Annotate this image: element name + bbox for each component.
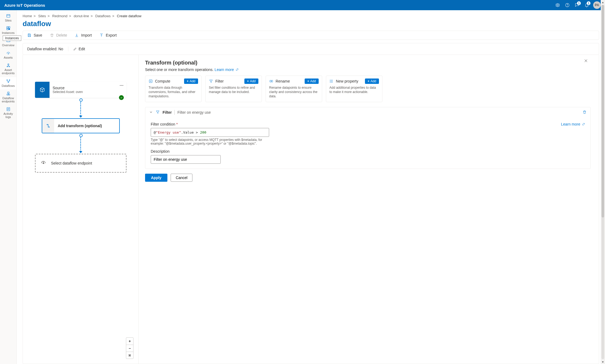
- external-link-icon: [582, 123, 585, 126]
- crumb-redmond[interactable]: Redmond: [52, 14, 67, 18]
- filter-icon: [209, 79, 213, 83]
- learn-more-link[interactable]: Learn more: [214, 67, 238, 72]
- svg-rect-4: [7, 27, 8, 28]
- svg-point-27: [330, 80, 330, 80]
- feedback-icon[interactable]: 1: [572, 0, 582, 10]
- feedback-badge: 1: [577, 1, 581, 5]
- add-rename-button[interactable]: +Add: [305, 78, 319, 84]
- node-select-endpoint[interactable]: Select dataflow endpoint: [35, 154, 126, 173]
- add-compute-button[interactable]: +Add: [184, 78, 198, 84]
- external-link-icon: [235, 68, 239, 71]
- zoom-fit-button[interactable]: [126, 352, 133, 359]
- list-icon: [329, 79, 334, 83]
- svg-point-2: [567, 6, 568, 6]
- crumb-home[interactable]: Home: [23, 14, 32, 18]
- cancel-button[interactable]: Cancel: [171, 174, 193, 182]
- export-button[interactable]: Export: [99, 33, 117, 37]
- rail-item-instances[interactable]: Instances: [0, 24, 16, 37]
- svg-point-13: [7, 80, 8, 80]
- svg-point-28: [330, 81, 330, 81]
- svg-rect-23: [129, 355, 130, 356]
- svg-rect-26: [272, 80, 273, 82]
- tile-new-property: New property +Add Add additional propert…: [326, 76, 382, 102]
- node-add-transform[interactable]: Add transform (optional): [42, 118, 120, 133]
- svg-point-0: [557, 5, 558, 6]
- filter-condition-label: Filter condition *: [151, 122, 178, 126]
- rail-item-dataflows[interactable]: Dataflows: [0, 77, 16, 90]
- svg-rect-16: [8, 92, 9, 93]
- dataflow-canvas: Source Selected Asset: oven ··· Add tran…: [23, 55, 139, 364]
- cube-icon: [35, 82, 50, 98]
- zoom-in-button[interactable]: +: [126, 338, 133, 345]
- avatar[interactable]: PA: [593, 1, 601, 9]
- toolbar: Save Delete Import Export: [23, 31, 599, 40]
- edit-enabled-button[interactable]: Edit: [73, 47, 85, 51]
- description-input[interactable]: [151, 155, 221, 164]
- collapse-filter-button[interactable]: [149, 110, 153, 115]
- delete-button: Delete: [50, 33, 67, 37]
- brand-title: Azure IoT Operations: [4, 3, 45, 8]
- apply-button[interactable]: Apply: [145, 174, 167, 182]
- enabled-bar: Dataflow enabled: No Edit: [23, 43, 599, 55]
- endpoint-icon: [40, 160, 46, 166]
- connector-2: [80, 135, 81, 152]
- svg-point-15: [8, 82, 9, 83]
- page-title: dataflow: [17, 20, 605, 31]
- zoom-controls: + −: [126, 337, 133, 359]
- svg-rect-20: [48, 124, 48, 127]
- rail-item-sites[interactable]: Sites: [0, 12, 16, 24]
- crumb-sites[interactable]: Sites: [38, 14, 46, 18]
- crumb-donut-line[interactable]: donut-line: [74, 14, 89, 18]
- save-button[interactable]: Save: [27, 33, 42, 37]
- connector-1: [80, 100, 81, 116]
- settings-icon[interactable]: [553, 0, 562, 10]
- add-filter-button[interactable]: +Add: [244, 78, 258, 84]
- svg-point-14: [9, 80, 10, 80]
- source-more-icon[interactable]: ···: [120, 83, 124, 88]
- bell-icon[interactable]: 1: [582, 0, 592, 10]
- import-button[interactable]: Import: [75, 33, 92, 37]
- compute-icon: [149, 79, 153, 83]
- tile-rename: Rename +Add Rename datapoints to ensure …: [266, 76, 322, 102]
- enabled-text: Dataflow enabled: No: [27, 47, 63, 51]
- panel-title: Transform (optional): [145, 60, 591, 66]
- rail-tooltip: Instances: [3, 35, 21, 41]
- filter-condition-hint: Type "@" to select datapoints, or access…: [151, 138, 269, 145]
- svg-rect-5: [8, 27, 10, 28]
- filter-learn-more-link[interactable]: Learn more: [561, 122, 585, 126]
- svg-rect-25: [270, 80, 271, 82]
- rail-item-assets[interactable]: Assets: [0, 49, 16, 61]
- svg-rect-3: [7, 15, 10, 17]
- tile-compute: Compute +Add Transform data through conv…: [145, 76, 202, 102]
- filter-operation-block: Filter Filter on energy use Filt: [145, 107, 591, 169]
- rail-item-activity-logs[interactable]: Activity logs: [0, 105, 16, 121]
- tile-filter: Filter +Add Set filter conditions to ref…: [205, 76, 262, 102]
- rail-item-asset-endpoints[interactable]: Asset endpoints: [0, 61, 16, 77]
- node-source[interactable]: Source Selected Asset: oven ···: [35, 82, 126, 98]
- left-rail: Sites Instances Instances Overview Asset…: [0, 10, 17, 364]
- close-panel-button[interactable]: [584, 59, 588, 64]
- breadcrumb: Home> Sites> Redmond> donut-line> Datafl…: [17, 10, 605, 20]
- top-header: Azure IoT Operations 1 1 PA: [0, 0, 605, 10]
- svg-point-9: [8, 53, 9, 54]
- svg-rect-6: [7, 28, 8, 30]
- crumb-dataflows[interactable]: Dataflows: [95, 14, 111, 18]
- source-title: Source: [53, 86, 123, 90]
- transform-panel: Transform (optional) Select one or more …: [139, 55, 599, 364]
- transform-icon: [42, 119, 54, 133]
- svg-point-29: [330, 82, 330, 82]
- check-icon: [119, 95, 124, 100]
- rail-item-dataflow-endpoints[interactable]: Dataflow endpoints: [0, 90, 16, 105]
- description-label: Description: [151, 149, 585, 154]
- panel-subtitle: Select one or more transform operations.…: [145, 67, 591, 72]
- delete-filter-button[interactable]: [582, 110, 587, 115]
- zoom-out-button[interactable]: −: [126, 345, 133, 352]
- svg-rect-17: [7, 94, 8, 95]
- crumb-current: Create dataflow: [117, 14, 141, 18]
- filter-condition-input[interactable]: @"Energy use".Value > 200: [151, 128, 269, 137]
- svg-rect-18: [8, 94, 10, 95]
- svg-rect-7: [8, 28, 10, 30]
- help-icon[interactable]: [562, 0, 572, 10]
- svg-point-10: [8, 64, 9, 65]
- add-new-property-button[interactable]: +Add: [365, 78, 379, 84]
